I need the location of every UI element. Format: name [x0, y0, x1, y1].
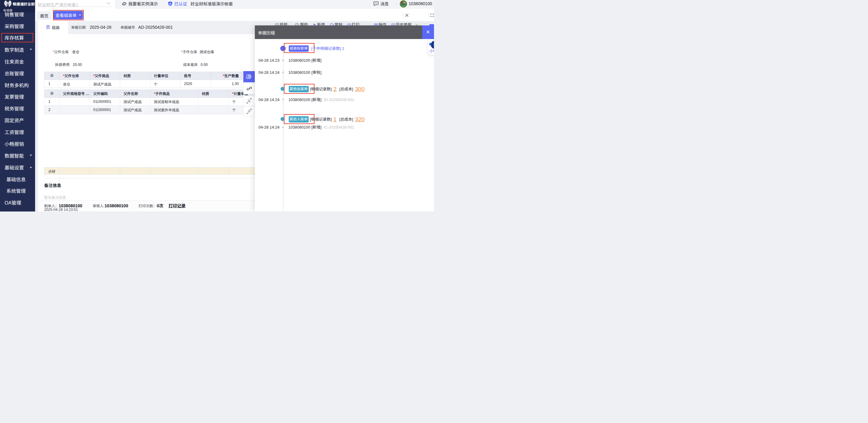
svg-text:企: 企 — [168, 2, 172, 5]
svg-text:父: 父 — [247, 98, 251, 103]
svg-text:子: 子 — [247, 109, 251, 113]
